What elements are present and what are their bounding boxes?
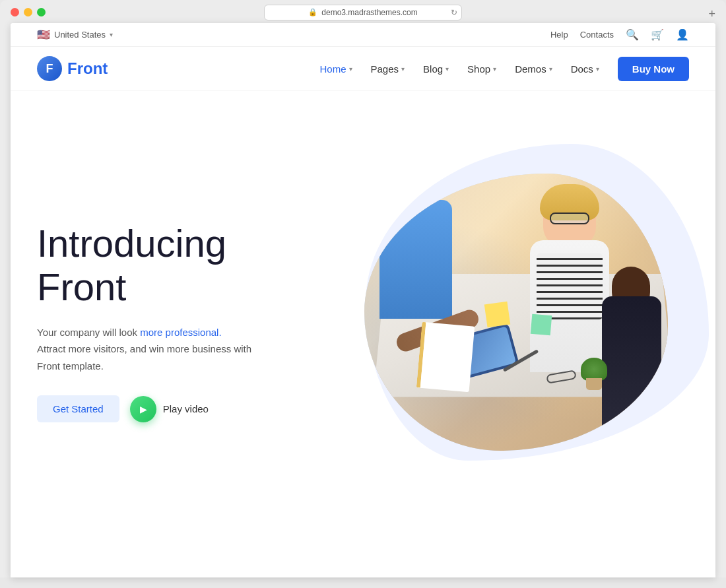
play-icon-button[interactable]: ▶ (130, 396, 156, 422)
hero-image (331, 157, 689, 487)
logo-icon: F (37, 56, 62, 81)
chevron-down-icon: ▾ (349, 65, 352, 73)
hero-photo (364, 174, 668, 451)
person-body (380, 200, 452, 319)
person-body (530, 240, 609, 372)
browser-controls (11, 8, 46, 16)
nav-links: Home ▾ Pages ▾ Blog ▾ Shop ▾ Demos ▾ (319, 57, 689, 81)
chevron-down-icon: ▾ (549, 65, 552, 73)
nav-demos[interactable]: Demos ▾ (515, 63, 552, 75)
chevron-down-icon: ▾ (596, 65, 599, 73)
maximize-button[interactable] (37, 8, 46, 16)
person-glasses (550, 212, 589, 224)
region-name: United States (54, 30, 106, 40)
person-dark-shirt (602, 257, 668, 441)
cart-icon[interactable]: 🛒 (651, 28, 664, 41)
browser-content: 🇺🇸 United States ▾ Help Contacts 🔍 🛒 👤 F… (11, 23, 715, 577)
plant-pot (586, 378, 602, 390)
region-selector[interactable]: 🇺🇸 United States ▾ (37, 28, 113, 41)
logo-text: Front (67, 59, 108, 78)
utility-links: Help Contacts 🔍 🛒 👤 (550, 28, 689, 41)
notebook (416, 321, 475, 392)
buy-now-button[interactable]: Buy Now (618, 57, 689, 81)
hero-actions: Get Started ▶ Play video (37, 395, 317, 422)
hero-title: Introducing Front (37, 222, 317, 310)
new-tab-button[interactable]: + (708, 8, 715, 20)
close-button[interactable] (11, 8, 19, 16)
meeting-scene (364, 174, 668, 451)
hero-content: Introducing Front Your company will look… (37, 222, 331, 423)
plant (581, 357, 607, 390)
get-started-button[interactable]: Get Started (37, 395, 119, 422)
address-bar[interactable]: 🔒 demo3.madrasthemes.com ↻ (264, 5, 462, 20)
chevron-down-icon: ▾ (401, 65, 405, 73)
person-head (543, 187, 596, 247)
nav-docs[interactable]: Docs ▾ (571, 63, 599, 75)
chevron-down-icon: ▾ (446, 65, 449, 73)
nav-pages[interactable]: Pages ▾ (371, 63, 405, 75)
plant-leaves (581, 358, 607, 381)
sticky-note-green (531, 313, 552, 335)
flag-icon: 🇺🇸 (37, 28, 50, 41)
sticky-note-yellow (484, 302, 511, 328)
contacts-link[interactable]: Contacts (580, 30, 614, 40)
url-text: demo3.madrasthemes.com (321, 8, 417, 17)
person-body (602, 296, 661, 441)
user-icon[interactable]: 👤 (676, 28, 689, 41)
nav-home[interactable]: Home ▾ (319, 63, 352, 75)
refresh-icon[interactable]: ↻ (451, 8, 457, 17)
help-link[interactable]: Help (550, 30, 568, 40)
nav-shop[interactable]: Shop ▾ (467, 63, 496, 75)
hero-section: Introducing Front Your company will look… (11, 91, 715, 540)
nav-blog[interactable]: Blog ▾ (423, 63, 449, 75)
person-blue-shirt (380, 174, 459, 319)
minimize-button[interactable] (24, 8, 32, 16)
play-video-button[interactable]: ▶ Play video (130, 396, 209, 422)
lock-icon: 🔒 (308, 8, 317, 16)
chevron-down-icon: ▾ (493, 65, 496, 73)
main-navbar: F Front Home ▾ Pages ▾ Blog ▾ Shop (11, 47, 715, 91)
play-icon: ▶ (140, 404, 147, 414)
search-icon[interactable]: 🔍 (626, 28, 639, 41)
person-stripes (537, 253, 603, 319)
chevron-down-icon: ▾ (110, 31, 113, 38)
play-video-label: Play video (163, 403, 209, 414)
utility-bar: 🇺🇸 United States ▾ Help Contacts 🔍 🛒 👤 (11, 23, 715, 47)
logo[interactable]: F Front (37, 56, 108, 81)
hero-description: Your company will look more professional… (37, 324, 261, 375)
